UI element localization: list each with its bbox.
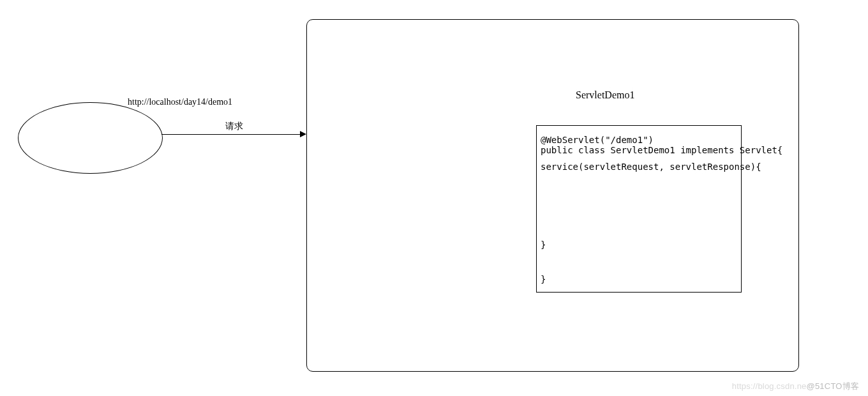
watermark: https://blog.csdn.ne@51CTO博客 — [732, 381, 859, 392]
servlet-title: ServletDemo1 — [576, 89, 634, 101]
code-line-4: } — [541, 240, 546, 250]
request-label: 请求 — [225, 121, 243, 132]
watermark-main: @51CTO博客 — [807, 381, 859, 391]
request-arrow-line — [161, 134, 300, 135]
code-line-2: public class ServletDemo1 implements Ser… — [541, 145, 782, 155]
request-arrow-head-icon — [300, 131, 306, 137]
code-line-5: } — [541, 274, 546, 284]
code-line-3: service(servletRequest, servletResponse)… — [541, 162, 761, 172]
request-url-label: http://localhost/day14/demo1 — [128, 97, 232, 107]
diagram-stage: http://localhost/day14/demo1 请求 ServletD… — [0, 0, 868, 396]
watermark-url-part: https://blog.csdn.ne — [732, 381, 807, 391]
code-box: @WebServlet("/demo1") public class Servl… — [536, 125, 742, 293]
client-ellipse — [18, 102, 163, 174]
code-line-1: @WebServlet("/demo1") — [541, 135, 654, 145]
